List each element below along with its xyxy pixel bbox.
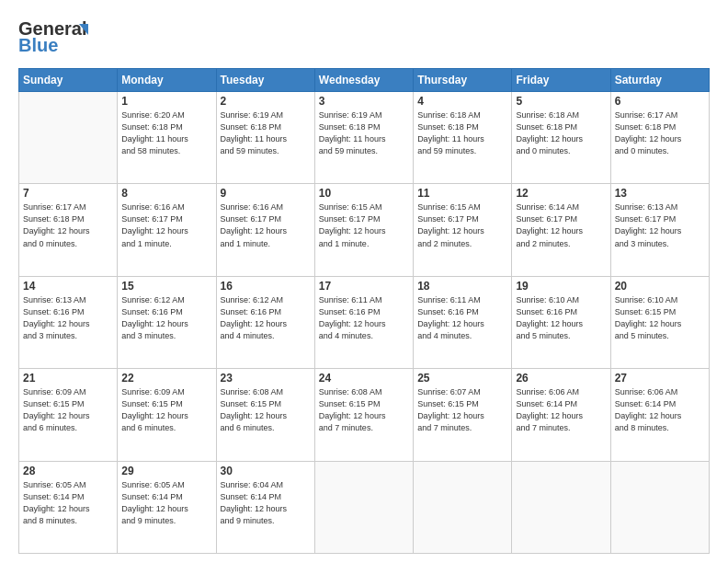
day-number: 23	[221, 372, 311, 385]
calendar-cell: 17Sunrise: 6:11 AM Sunset: 6:16 PM Dayli…	[314, 276, 413, 368]
calendar-week-row: 28Sunrise: 6:05 AM Sunset: 6:14 PM Dayli…	[19, 461, 710, 553]
calendar-cell: 7Sunrise: 6:17 AM Sunset: 6:18 PM Daylig…	[19, 184, 118, 276]
calendar-cell: 1Sunrise: 6:20 AM Sunset: 6:18 PM Daylig…	[118, 92, 216, 184]
weekday-saturday: Saturday	[610, 69, 709, 92]
day-info: Sunrise: 6:13 AM Sunset: 6:17 PM Dayligh…	[615, 201, 705, 249]
calendar-cell: 28Sunrise: 6:05 AM Sunset: 6:14 PM Dayli…	[19, 461, 118, 553]
weekday-header-row: SundayMondayTuesdayWednesdayThursdayFrid…	[19, 69, 710, 92]
day-number: 26	[516, 372, 606, 385]
day-number: 24	[319, 372, 409, 385]
day-number: 14	[23, 280, 113, 293]
weekday-tuesday: Tuesday	[216, 69, 314, 92]
calendar-cell	[610, 461, 709, 553]
day-info: Sunrise: 6:05 AM Sunset: 6:14 PM Dayligh…	[23, 479, 113, 527]
day-info: Sunrise: 6:16 AM Sunset: 6:17 PM Dayligh…	[121, 201, 211, 249]
day-info: Sunrise: 6:10 AM Sunset: 6:15 PM Dayligh…	[615, 294, 705, 342]
calendar-cell: 12Sunrise: 6:14 AM Sunset: 6:17 PM Dayli…	[512, 184, 610, 276]
calendar-cell	[314, 461, 413, 553]
weekday-friday: Friday	[512, 69, 610, 92]
calendar-cell: 25Sunrise: 6:07 AM Sunset: 6:15 PM Dayli…	[414, 369, 512, 461]
calendar-week-row: 7Sunrise: 6:17 AM Sunset: 6:18 PM Daylig…	[19, 184, 710, 276]
day-info: Sunrise: 6:08 AM Sunset: 6:15 PM Dayligh…	[319, 386, 409, 434]
calendar-cell: 2Sunrise: 6:19 AM Sunset: 6:18 PM Daylig…	[216, 92, 314, 184]
day-info: Sunrise: 6:06 AM Sunset: 6:14 PM Dayligh…	[516, 386, 606, 434]
day-info: Sunrise: 6:07 AM Sunset: 6:15 PM Dayligh…	[417, 386, 507, 434]
day-number: 22	[121, 372, 211, 385]
calendar-table: SundayMondayTuesdayWednesdayThursdayFrid…	[18, 68, 710, 554]
day-number: 29	[121, 465, 211, 477]
day-number: 15	[121, 280, 211, 293]
day-info: Sunrise: 6:19 AM Sunset: 6:18 PM Dayligh…	[319, 109, 409, 157]
day-number: 16	[221, 280, 311, 293]
calendar-cell	[512, 461, 610, 553]
day-number: 12	[516, 187, 606, 200]
calendar-cell: 24Sunrise: 6:08 AM Sunset: 6:15 PM Dayli…	[314, 369, 413, 461]
calendar-cell: 3Sunrise: 6:19 AM Sunset: 6:18 PM Daylig…	[314, 92, 413, 184]
day-info: Sunrise: 6:16 AM Sunset: 6:17 PM Dayligh…	[221, 201, 311, 249]
calendar-cell: 5Sunrise: 6:18 AM Sunset: 6:18 PM Daylig…	[512, 92, 610, 184]
header: General Blue	[18, 15, 710, 59]
calendar-cell: 20Sunrise: 6:10 AM Sunset: 6:15 PM Dayli…	[610, 276, 709, 368]
day-number: 8	[121, 187, 211, 200]
day-info: Sunrise: 6:14 AM Sunset: 6:17 PM Dayligh…	[516, 201, 606, 249]
day-number: 5	[516, 95, 606, 108]
day-number: 1	[121, 95, 211, 108]
calendar-week-row: 14Sunrise: 6:13 AM Sunset: 6:16 PM Dayli…	[19, 276, 710, 368]
day-number: 6	[615, 95, 705, 108]
day-info: Sunrise: 6:05 AM Sunset: 6:14 PM Dayligh…	[121, 479, 211, 527]
calendar-cell: 13Sunrise: 6:13 AM Sunset: 6:17 PM Dayli…	[610, 184, 709, 276]
day-info: Sunrise: 6:20 AM Sunset: 6:18 PM Dayligh…	[121, 109, 211, 157]
weekday-monday: Monday	[118, 69, 216, 92]
day-info: Sunrise: 6:09 AM Sunset: 6:15 PM Dayligh…	[23, 386, 113, 434]
day-info: Sunrise: 6:09 AM Sunset: 6:15 PM Dayligh…	[121, 386, 211, 434]
page: General Blue SundayMondayTuesdayWednesda…	[0, 0, 728, 563]
day-number: 30	[221, 465, 311, 477]
day-info: Sunrise: 6:04 AM Sunset: 6:14 PM Dayligh…	[221, 479, 311, 527]
calendar-cell: 11Sunrise: 6:15 AM Sunset: 6:17 PM Dayli…	[414, 184, 512, 276]
calendar-cell: 26Sunrise: 6:06 AM Sunset: 6:14 PM Dayli…	[512, 369, 610, 461]
calendar-cell: 22Sunrise: 6:09 AM Sunset: 6:15 PM Dayli…	[118, 369, 216, 461]
calendar-cell: 15Sunrise: 6:12 AM Sunset: 6:16 PM Dayli…	[118, 276, 216, 368]
calendar-cell: 23Sunrise: 6:08 AM Sunset: 6:15 PM Dayli…	[216, 369, 314, 461]
calendar-cell: 14Sunrise: 6:13 AM Sunset: 6:16 PM Dayli…	[19, 276, 118, 368]
calendar-cell: 8Sunrise: 6:16 AM Sunset: 6:17 PM Daylig…	[118, 184, 216, 276]
calendar-cell	[414, 461, 512, 553]
logo: General Blue	[18, 15, 101, 59]
calendar-cell: 6Sunrise: 6:17 AM Sunset: 6:18 PM Daylig…	[610, 92, 709, 184]
calendar-cell: 10Sunrise: 6:15 AM Sunset: 6:17 PM Dayli…	[314, 184, 413, 276]
day-number: 21	[23, 372, 113, 385]
calendar-cell: 29Sunrise: 6:05 AM Sunset: 6:14 PM Dayli…	[118, 461, 216, 553]
day-info: Sunrise: 6:17 AM Sunset: 6:18 PM Dayligh…	[23, 201, 113, 249]
day-info: Sunrise: 6:11 AM Sunset: 6:16 PM Dayligh…	[417, 294, 507, 342]
day-number: 10	[319, 187, 409, 200]
day-number: 19	[516, 280, 606, 293]
day-info: Sunrise: 6:08 AM Sunset: 6:15 PM Dayligh…	[221, 386, 311, 434]
calendar-cell: 9Sunrise: 6:16 AM Sunset: 6:17 PM Daylig…	[216, 184, 314, 276]
day-info: Sunrise: 6:18 AM Sunset: 6:18 PM Dayligh…	[417, 109, 507, 157]
day-info: Sunrise: 6:11 AM Sunset: 6:16 PM Dayligh…	[319, 294, 409, 342]
day-number: 9	[221, 187, 311, 200]
day-number: 4	[417, 95, 507, 108]
calendar-cell: 19Sunrise: 6:10 AM Sunset: 6:16 PM Dayli…	[512, 276, 610, 368]
day-info: Sunrise: 6:12 AM Sunset: 6:16 PM Dayligh…	[221, 294, 311, 342]
day-info: Sunrise: 6:15 AM Sunset: 6:17 PM Dayligh…	[417, 201, 507, 249]
day-info: Sunrise: 6:17 AM Sunset: 6:18 PM Dayligh…	[615, 109, 705, 157]
day-number: 27	[615, 372, 705, 385]
day-info: Sunrise: 6:18 AM Sunset: 6:18 PM Dayligh…	[516, 109, 606, 157]
day-number: 13	[615, 187, 705, 200]
calendar-cell: 18Sunrise: 6:11 AM Sunset: 6:16 PM Dayli…	[414, 276, 512, 368]
calendar-cell: 30Sunrise: 6:04 AM Sunset: 6:14 PM Dayli…	[216, 461, 314, 553]
day-number: 18	[417, 280, 507, 293]
logo-svg: General Blue	[18, 15, 101, 55]
day-number: 2	[221, 95, 311, 108]
day-number: 3	[319, 95, 409, 108]
day-number: 25	[417, 372, 507, 385]
day-info: Sunrise: 6:12 AM Sunset: 6:16 PM Dayligh…	[121, 294, 211, 342]
day-info: Sunrise: 6:06 AM Sunset: 6:14 PM Dayligh…	[615, 386, 705, 434]
calendar-week-row: 21Sunrise: 6:09 AM Sunset: 6:15 PM Dayli…	[19, 369, 710, 461]
day-info: Sunrise: 6:13 AM Sunset: 6:16 PM Dayligh…	[23, 294, 113, 342]
day-number: 7	[23, 187, 113, 200]
weekday-thursday: Thursday	[414, 69, 512, 92]
day-number: 20	[615, 280, 705, 293]
day-info: Sunrise: 6:10 AM Sunset: 6:16 PM Dayligh…	[516, 294, 606, 342]
